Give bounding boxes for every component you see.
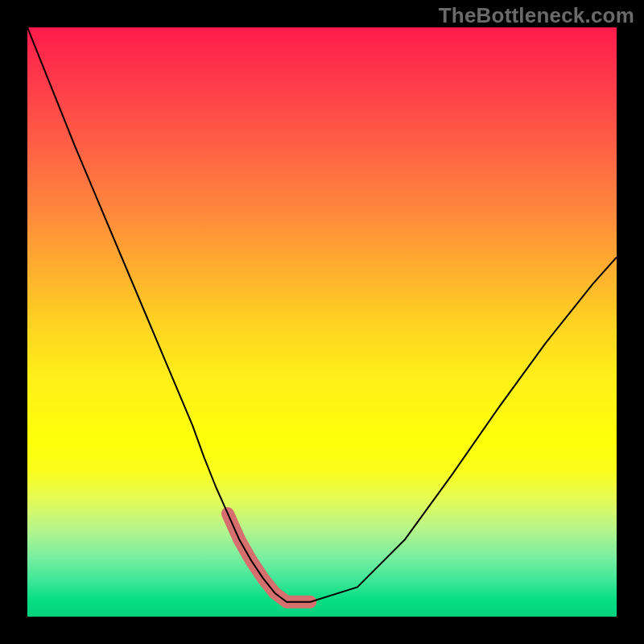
watermark-text: TheBottleneck.com	[439, 3, 634, 28]
highlight-segment	[228, 514, 311, 602]
main-curve	[27, 27, 617, 602]
plot-area	[27, 27, 617, 617]
chart-frame: TheBottleneck.com	[0, 0, 644, 644]
chart-svg	[27, 27, 617, 617]
